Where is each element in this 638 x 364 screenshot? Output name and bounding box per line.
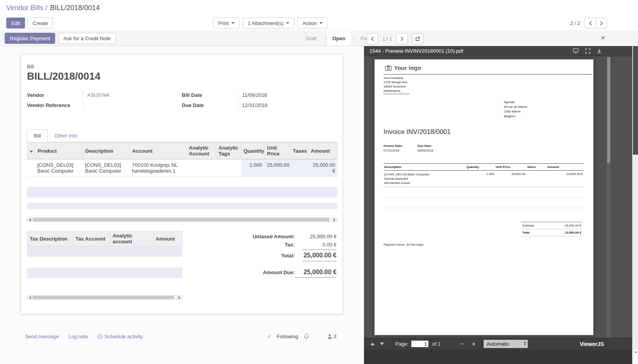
empty-row [27,246,182,257]
scroll-right-button[interactable] [177,295,182,300]
due-date: Due Date: 08/09/2018 [418,144,452,153]
arrow-down-icon [634,352,637,353]
bill-number-title: BILL/2018/0014 [27,70,337,82]
lines-horizontal-scrollbar[interactable] [27,217,337,222]
schedule-activity-button[interactable]: Schedule activity [97,334,143,339]
vendor-value-link[interactable]: ASUSTeK [87,92,110,98]
optional-columns-toggle[interactable] [27,143,35,159]
due-date-field-row: Due Date 12/31/2018 [182,101,337,111]
total-value: 25,000.00 € [295,252,337,259]
record-pager-buttons [585,18,607,29]
tax-horizontal-scrollbar[interactable] [27,295,182,300]
close-preview-button[interactable]: × [601,34,605,41]
scrollbar-thumb[interactable] [607,57,610,163]
column-header-account[interactable]: Account [130,143,186,159]
column-header-product[interactable]: Product [35,143,83,159]
column-header-analytic-tags[interactable]: Analytic Tags [216,143,241,159]
column-header-tax-description[interactable]: Tax Description [27,231,73,246]
vendor-reference-field-row: Vendor Reference [27,101,182,111]
attachment-next-button[interactable] [396,33,408,44]
customer-name: Agrolait [504,100,527,105]
scroll-right-button[interactable] [332,218,337,222]
customer-street: 69 rue de Namur [504,105,527,109]
scrollbar-thumb[interactable] [633,46,638,155]
ask-credit-note-button[interactable]: Ask for a Credit Note [58,33,116,44]
column-header-amount[interactable]: Amount [308,143,338,159]
invoice-document: Your logo YourCompany 1725 Slough Ave. 1… [375,59,593,335]
window-scrollbar[interactable] [632,46,638,364]
attachments-menu-button[interactable]: 1 Attachment(s) [243,18,294,29]
create-button[interactable]: Create [27,18,53,29]
status-pipeline: Draft Open Paid [300,31,376,46]
column-header-analytic-account[interactable]: Analytic Account [186,143,216,159]
customer-address: Agrolait 69 rue de Namur 1300 Wavre Belg… [504,100,527,119]
scroll-left-button[interactable] [27,218,32,222]
company-name: YourCompany [384,76,408,80]
status-draft[interactable]: Draft [300,31,322,46]
pdf-title: 1544 - Preview INVINV20180001 (10).pdf [369,48,463,54]
bell-icon[interactable] [304,333,309,339]
tab-bill[interactable]: Bill [27,129,48,142]
scrollbar-thumb[interactable] [33,296,174,299]
field-group-right: Bill Date 11/09/2018 Due Date 12/31/2018 [182,91,337,111]
pager-previous-button[interactable] [585,18,596,29]
user-icon [327,334,332,339]
page-number-input[interactable] [411,340,429,348]
chevron-left-icon [589,21,592,26]
pager-next-button[interactable] [596,18,607,29]
column-header-unit-price[interactable]: Unit Price [265,143,290,159]
presentation-mode-button[interactable] [573,48,579,54]
download-button[interactable] [597,48,602,54]
send-message-button[interactable]: Send message [25,334,59,339]
followers-button[interactable]: 2 [327,334,337,339]
edit-button[interactable]: Edit [6,18,25,29]
line-handle-cell [27,159,35,177]
line-taxes [526,171,547,187]
invoice-line-row[interactable]: [CONS_DEL03] Basic Computer [CONS_DEL03]… [27,159,338,177]
register-payment-button[interactable]: Register Payment [5,33,55,44]
zoom-mode-select[interactable]: Automatic [484,340,528,348]
pdf-vertical-scrollbar[interactable] [607,56,611,338]
tab-other-info[interactable]: Other Info [48,130,84,142]
customer-city: 1300 Wavre [504,109,527,114]
following-toggle[interactable]: Following [277,334,298,339]
subtotal-label: Subtotal [522,224,534,227]
empty-row [27,203,337,209]
fullscreen-button[interactable] [585,48,590,54]
invoice-line: [CONS_DEL03] Basic Computer Dvorak keybo… [384,171,584,187]
status-arrow-icon [322,36,327,41]
column-header-quantity[interactable]: Quantity [241,143,265,159]
open-attachment-external-button[interactable] [412,33,423,44]
action-menu-button[interactable]: Action [297,18,328,29]
print-menu-button[interactable]: Print [213,18,240,29]
total-label: Total [522,231,530,234]
zoom-out-button[interactable]: − [458,341,466,348]
breadcrumb-vendor-bills-link[interactable]: Vendor Bills / [6,4,47,12]
previous-page-button[interactable] [368,340,377,348]
column-header-taxes[interactable]: Taxes [290,143,308,159]
scrollbar-track[interactable] [32,218,332,222]
scrollbar-thumb[interactable] [33,218,329,221]
column-header-description[interactable]: Description [83,143,130,159]
column-header-amount[interactable]: Amount [153,231,183,246]
zoom-in-button[interactable]: + [470,341,478,348]
attachment-previous-button[interactable] [367,33,378,44]
next-page-button[interactable] [377,340,387,348]
log-note-button[interactable]: Log note [68,334,88,339]
page-count-label: of 1 [432,341,441,347]
due-date-value: 12/31/2018 [238,101,337,111]
empty-row [27,268,182,278]
company-country: Netherlands [384,89,408,93]
download-icon [597,48,602,54]
column-header-analytic-account[interactable]: Analytic account [110,231,153,246]
status-open[interactable]: Open [326,31,351,46]
scrollbar-track[interactable] [32,295,177,300]
chevron-left-icon [371,36,374,41]
column-header-tax-account[interactable]: Tax Account [73,231,110,246]
invoice-dates: Invoice Date: 07/10/2018 Due Date: 08/09… [384,144,452,153]
company-city: 18540 Scranton [384,84,408,89]
caret-down-icon [231,22,235,24]
odoo-vendor-bill-page: Vendor Bills / BILL/2018/0014 Edit Creat… [0,0,638,364]
scroll-left-button[interactable] [27,295,32,300]
company-address-rule [384,94,410,94]
